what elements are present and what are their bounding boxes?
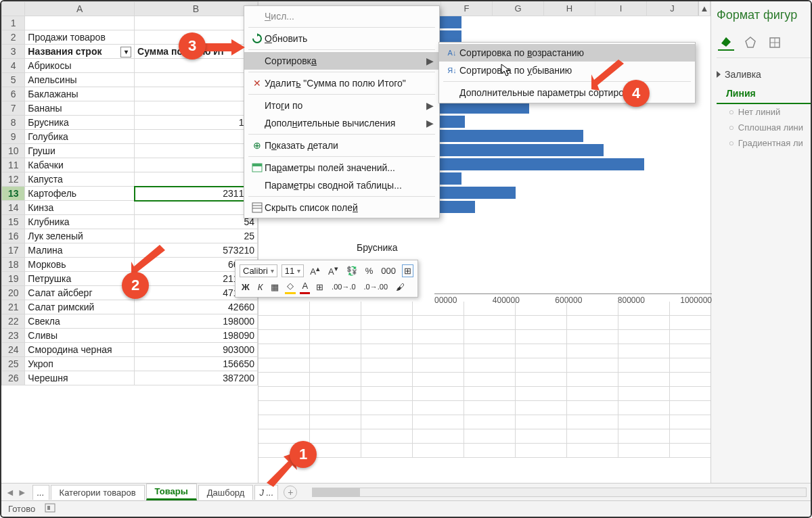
pivot-row-label[interactable]: Укроп xyxy=(25,357,135,371)
filter-dropdown-icon[interactable]: ▾ xyxy=(120,47,131,57)
borders-icon[interactable]: ▦ xyxy=(269,281,281,293)
title-cell[interactable]: Продажи товаров xyxy=(25,30,135,45)
increase-font-icon[interactable]: A▴ xyxy=(308,263,322,278)
pivot-row-label[interactable]: Груши xyxy=(25,144,135,158)
pivot-row-label[interactable]: Смородина черная xyxy=(25,343,135,357)
pivot-row-label[interactable]: Лук зеленый xyxy=(25,229,135,243)
ctx-calculations[interactable]: Дополнительные вычисления ▶ xyxy=(244,114,439,132)
pivot-row-label[interactable]: Кабачки xyxy=(25,158,135,172)
italic-button[interactable]: К xyxy=(256,281,265,293)
font-color-icon[interactable]: A xyxy=(300,279,310,294)
percent-format-icon[interactable]: % xyxy=(363,264,376,277)
effects-tab-icon[interactable] xyxy=(742,34,759,51)
pivot-value-cell[interactable]: 198090 xyxy=(135,329,258,343)
pivot-row-label[interactable]: Сливы xyxy=(25,329,135,343)
line-section[interactable]: Линия xyxy=(717,84,812,104)
pivot-value-cell[interactable]: 10 xyxy=(135,144,258,158)
pivot-row-label[interactable]: Баклажаны xyxy=(25,87,135,101)
row-header[interactable]: 23 xyxy=(2,329,25,343)
row-header[interactable]: 26 xyxy=(2,371,25,385)
col-header-B[interactable]: B xyxy=(135,2,258,16)
pivot-value-cell[interactable]: 36 xyxy=(135,101,258,116)
tab-nav-next[interactable]: ► xyxy=(18,487,27,498)
pivot-value-cell[interactable]: 25 xyxy=(135,229,258,243)
tab-overflow[interactable]: ... xyxy=(32,485,49,500)
pivot-value-cell[interactable]: 903000 xyxy=(135,343,258,357)
ctx-number-format[interactable]: Числ... xyxy=(244,7,439,25)
pivot-row-label[interactable]: Салат римский xyxy=(25,300,135,314)
pivot-row-label[interactable]: Голубика xyxy=(25,130,135,144)
macro-record-icon[interactable] xyxy=(45,503,55,515)
comma-format-icon[interactable]: 000 xyxy=(379,264,398,277)
increase-decimal-icon[interactable]: .00→.0 xyxy=(330,281,357,292)
font-size-combo[interactable]: 11▾ xyxy=(281,264,304,277)
pivot-row-label[interactable]: Салат айсберг xyxy=(25,286,135,300)
pivot-value-cell[interactable]: 65 xyxy=(135,73,258,87)
tab-nav-prev[interactable]: ◄ xyxy=(5,487,15,498)
format-painter-icon[interactable]: 🖌 xyxy=(394,281,407,293)
pivot-row-label[interactable]: Морковь xyxy=(25,258,135,272)
row-header[interactable]: 14 xyxy=(2,201,25,215)
pivot-value-cell[interactable]: 18 xyxy=(135,201,258,215)
ctx-pivot-options[interactable]: Параметры сводной таблицы... xyxy=(244,176,439,194)
pivot-value-cell[interactable]: 60 xyxy=(135,130,258,144)
vscroll-up[interactable]: ▲ xyxy=(698,1,710,16)
ctx-delete-field[interactable]: ✕ Удалить "Сумма по полю Итого" xyxy=(244,74,439,92)
pivot-value-cell[interactable]: 20 xyxy=(135,87,258,101)
decrease-font-icon[interactable]: A▾ xyxy=(326,263,340,278)
ctx-sort[interactable]: Сортировка ▶ xyxy=(244,52,439,70)
row-header[interactable]: 9 xyxy=(2,130,25,144)
col-header[interactable]: H xyxy=(544,1,595,16)
decrease-decimal-icon[interactable]: .0→.00 xyxy=(362,281,390,292)
pivot-value-cell[interactable]: 198000 xyxy=(135,314,258,329)
line-solid-radio[interactable]: Сплошная лини xyxy=(717,120,812,135)
col-header[interactable]: F xyxy=(441,1,493,16)
pivot-row-label[interactable]: Малина xyxy=(25,243,135,258)
pivot-value-cell[interactable]: 54 xyxy=(135,215,258,229)
horizontal-scrollbar[interactable] xyxy=(312,488,807,497)
row-header[interactable]: 18 xyxy=(2,258,25,272)
row-header[interactable]: 19 xyxy=(2,272,25,286)
pivot-value-cell[interactable]: 7 xyxy=(135,158,258,172)
fill-color-icon[interactable]: ◇ xyxy=(285,279,296,294)
row-header[interactable]: 22 xyxy=(2,314,25,329)
pivot-row-label[interactable]: Абрикосы xyxy=(25,59,135,73)
line-none-radio[interactable]: Нет линий xyxy=(717,104,812,120)
pivot-row-label[interactable]: Петрушка xyxy=(25,272,135,286)
ctx-subtotals[interactable]: Итоги по ▶ xyxy=(244,97,439,114)
col-header-A[interactable]: A xyxy=(25,2,135,16)
sort-ascending[interactable]: А↓ Сортировка по возрастанию xyxy=(439,44,695,62)
pivot-value-cell[interactable]: 156650 xyxy=(135,357,258,371)
tab-dashboard[interactable]: Дашборд xyxy=(198,485,254,500)
merge-icon[interactable]: ⊞ xyxy=(402,264,413,277)
pivot-value-cell[interactable]: 35 xyxy=(135,59,258,73)
row-header[interactable]: 11 xyxy=(2,158,25,172)
pivot-value-cell[interactable]: 42660 xyxy=(135,300,258,314)
select-all-corner[interactable] xyxy=(2,2,25,16)
fill-line-tab-icon[interactable] xyxy=(718,34,734,51)
row-header[interactable]: 10 xyxy=(2,144,25,158)
row-header[interactable]: 21 xyxy=(2,300,25,314)
ctx-value-field-settings[interactable]: Параметры полей значений... xyxy=(244,159,439,176)
sort-more-options[interactable]: Дополнительные параметры сортировки... xyxy=(439,84,695,101)
ctx-refresh[interactable]: Обновить xyxy=(244,30,439,47)
borders-all-icon[interactable]: ⊞ xyxy=(314,281,325,293)
row-header[interactable]: 6 xyxy=(2,87,25,101)
pivot-table-grid[interactable]: A B 1 2 Продажи товаров 3 Названия строк xyxy=(1,1,258,483)
pivot-row-label[interactable]: Черешня xyxy=(25,371,135,385)
sort-descending[interactable]: Я↓ Сортировка по убыванию xyxy=(439,62,695,79)
col-header[interactable]: I xyxy=(595,1,647,16)
font-combo[interactable]: Calibri▾ xyxy=(240,264,277,277)
pivot-row-label[interactable]: Кинза xyxy=(25,201,135,215)
bold-button[interactable]: Ж xyxy=(240,281,252,293)
pivot-row-label[interactable]: Бананы xyxy=(25,101,135,116)
col-header[interactable]: G xyxy=(493,1,544,16)
row-header[interactable]: 16 xyxy=(2,229,25,243)
row-header[interactable]: 7 xyxy=(2,101,25,116)
row-header[interactable]: 12 xyxy=(2,172,25,187)
pivot-value-cell[interactable]: 100 xyxy=(135,116,258,130)
row-header[interactable]: 2 xyxy=(2,30,25,45)
accounting-format-icon[interactable]: 💱 xyxy=(344,264,359,277)
row-header[interactable]: 5 xyxy=(2,73,25,87)
fill-section[interactable]: Заливка xyxy=(717,65,812,84)
